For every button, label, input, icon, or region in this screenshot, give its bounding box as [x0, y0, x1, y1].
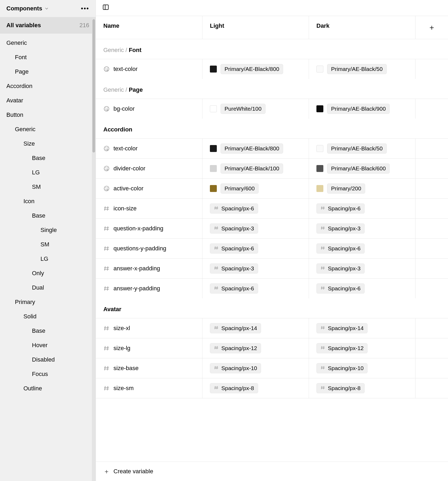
value-pill[interactable]: Spacing/px-12: [210, 343, 261, 353]
nav-item[interactable]: Button: [0, 108, 96, 122]
nav-item[interactable]: Hover: [0, 338, 96, 352]
nav-item[interactable]: Solid: [0, 309, 96, 324]
nav-item[interactable]: SM: [0, 180, 96, 194]
value-pill[interactable]: Primary/AE-Black/100: [221, 163, 283, 174]
cell-dark[interactable]: Primary/AE-Black/600: [309, 159, 416, 178]
table-row[interactable]: bg-colorPureWhite/100Primary/AE-Black/90…: [96, 99, 448, 119]
value-pill[interactable]: Primary/200: [327, 183, 365, 194]
cell-light[interactable]: Primary/600: [202, 179, 309, 198]
nav-item[interactable]: Only: [0, 266, 96, 280]
th-dark[interactable]: Dark: [309, 16, 416, 39]
cell-name[interactable]: size-xl: [96, 318, 202, 338]
cell-light[interactable]: Spacing/px-8: [202, 378, 309, 398]
sidebar-scrollbar[interactable]: [92, 19, 96, 481]
th-add-column[interactable]: ＋: [416, 16, 448, 39]
cell-light[interactable]: Spacing/px-10: [202, 358, 309, 378]
cell-dark[interactable]: Spacing/px-14: [309, 318, 416, 338]
cell-name[interactable]: divider-color: [96, 159, 202, 178]
table-row[interactable]: size-xlSpacing/px-14Spacing/px-14: [96, 318, 448, 338]
table-row[interactable]: question-x-paddingSpacing/px-3Spacing/px…: [96, 218, 448, 238]
cell-name[interactable]: size-lg: [96, 338, 202, 358]
value-pill[interactable]: Spacing/px-3: [210, 223, 258, 234]
cell-light[interactable]: Spacing/px-6: [202, 239, 309, 258]
cell-light[interactable]: Spacing/px-14: [202, 318, 309, 338]
value-pill[interactable]: Spacing/px-6: [210, 243, 258, 254]
table-row[interactable]: answer-y-paddingSpacing/px-6Spacing/px-6: [96, 278, 448, 298]
value-pill[interactable]: Spacing/px-10: [316, 363, 368, 373]
value-pill[interactable]: Spacing/px-8: [316, 383, 365, 393]
th-name[interactable]: Name: [96, 16, 202, 39]
nav-item[interactable]: Generic: [0, 122, 96, 137]
cell-name[interactable]: answer-y-padding: [96, 279, 202, 298]
cell-dark[interactable]: Spacing/px-3: [309, 219, 416, 238]
value-pill[interactable]: Spacing/px-14: [210, 323, 261, 333]
cell-dark[interactable]: Primary/AE-Black/900: [309, 99, 416, 119]
cell-name[interactable]: size-sm: [96, 378, 202, 398]
value-pill[interactable]: Spacing/px-12: [316, 343, 368, 353]
nav-item[interactable]: SM: [0, 237, 96, 252]
nav-item[interactable]: Page: [0, 65, 96, 79]
all-variables-item[interactable]: All variables 216: [0, 17, 96, 34]
cell-dark[interactable]: Spacing/px-10: [309, 358, 416, 378]
cell-light[interactable]: Primary/AE-Black/100: [202, 159, 309, 178]
nav-item[interactable]: Base: [0, 209, 96, 223]
cell-light[interactable]: Spacing/px-6: [202, 279, 309, 298]
cell-name[interactable]: bg-color: [96, 99, 202, 119]
table-row[interactable]: answer-x-paddingSpacing/px-3Spacing/px-3: [96, 258, 448, 278]
table-row[interactable]: icon-sizeSpacing/px-6Spacing/px-6: [96, 198, 448, 218]
value-pill[interactable]: PureWhite/100: [221, 104, 266, 114]
value-pill[interactable]: Spacing/px-6: [316, 283, 365, 294]
table-row[interactable]: divider-colorPrimary/AE-Black/100Primary…: [96, 158, 448, 178]
th-light[interactable]: Light: [202, 16, 309, 39]
cell-light[interactable]: Spacing/px-12: [202, 338, 309, 358]
nav-item[interactable]: LG: [0, 252, 96, 266]
nav-item[interactable]: Font: [0, 50, 96, 65]
cell-name[interactable]: text-color: [96, 139, 202, 158]
table-row[interactable]: text-colorPrimary/AE-Black/800Primary/AE…: [96, 59, 448, 79]
value-pill[interactable]: Spacing/px-10: [210, 363, 261, 373]
value-pill[interactable]: Spacing/px-3: [210, 263, 258, 274]
nav-item[interactable]: Primary: [0, 295, 96, 309]
value-pill[interactable]: Spacing/px-6: [316, 203, 365, 214]
cell-dark[interactable]: Spacing/px-6: [309, 239, 416, 258]
nav-item[interactable]: Disabled: [0, 352, 96, 367]
table-row[interactable]: text-colorPrimary/AE-Black/800Primary/AE…: [96, 138, 448, 158]
cell-name[interactable]: text-color: [96, 59, 202, 79]
table-row[interactable]: active-colorPrimary/600Primary/200: [96, 178, 448, 198]
cell-dark[interactable]: Spacing/px-3: [309, 259, 416, 278]
cell-dark[interactable]: Spacing/px-6: [309, 199, 416, 218]
value-pill[interactable]: Primary/AE-Black/50: [327, 143, 387, 154]
sidebar-scroll-thumb[interactable]: [92, 19, 95, 153]
table-row[interactable]: size-baseSpacing/px-10Spacing/px-10: [96, 358, 448, 378]
value-pill[interactable]: Primary/AE-Black/800: [221, 143, 283, 154]
nav-item[interactable]: Focus: [0, 367, 96, 381]
nav-item[interactable]: Base: [0, 151, 96, 165]
panel-toggle-icon[interactable]: [102, 4, 109, 11]
cell-dark[interactable]: Spacing/px-8: [309, 378, 416, 398]
value-pill[interactable]: Spacing/px-6: [316, 243, 365, 254]
cell-light[interactable]: Primary/AE-Black/800: [202, 59, 309, 79]
value-pill[interactable]: Spacing/px-6: [210, 283, 258, 294]
cell-name[interactable]: size-base: [96, 358, 202, 378]
value-pill[interactable]: Spacing/px-3: [316, 263, 365, 274]
nav-item[interactable]: Base: [0, 324, 96, 338]
nav-item[interactable]: Generic: [0, 36, 96, 50]
cell-light[interactable]: Spacing/px-3: [202, 259, 309, 278]
value-pill[interactable]: Spacing/px-6: [210, 203, 258, 214]
cell-light[interactable]: Spacing/px-6: [202, 199, 309, 218]
value-pill[interactable]: Spacing/px-14: [316, 323, 368, 333]
cell-dark[interactable]: Spacing/px-6: [309, 279, 416, 298]
cell-dark[interactable]: Primary/AE-Black/50: [309, 59, 416, 79]
more-icon[interactable]: •••: [81, 5, 89, 12]
value-pill[interactable]: Primary/AE-Black/900: [327, 104, 390, 114]
cell-name[interactable]: answer-x-padding: [96, 259, 202, 278]
table-row[interactable]: size-lgSpacing/px-12Spacing/px-12: [96, 338, 448, 358]
cell-light[interactable]: Spacing/px-3: [202, 219, 309, 238]
cell-name[interactable]: questions-y-padding: [96, 239, 202, 258]
collection-selector[interactable]: Components: [6, 5, 48, 12]
value-pill[interactable]: Spacing/px-3: [316, 223, 365, 234]
value-pill[interactable]: Primary/AE-Black/50: [327, 64, 387, 74]
nav-item[interactable]: Accordion: [0, 79, 96, 93]
cell-name[interactable]: active-color: [96, 179, 202, 198]
nav-item[interactable]: Dual: [0, 280, 96, 295]
